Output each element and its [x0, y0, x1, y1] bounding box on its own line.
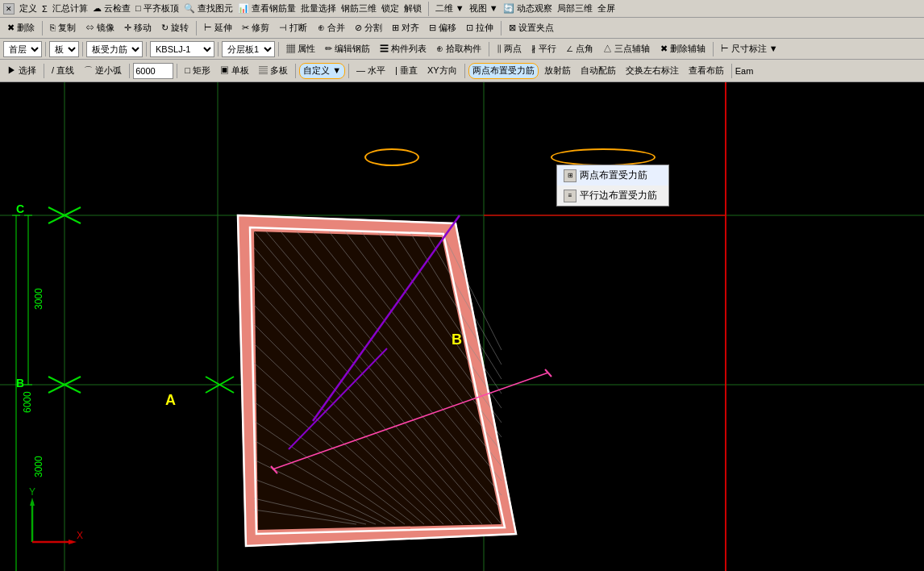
menu-batch[interactable]: 批量选择 — [301, 2, 336, 15]
two-point-button[interactable]: ∥ 两点 — [493, 41, 526, 57]
radial-rebar-button[interactable]: 放射筋 — [540, 63, 575, 79]
sep6 — [489, 42, 489, 56]
toolbar-draw: ▶ 选择 / 直线 ⌒ 逆小弧 □ 矩形 ▣ 单板 ▤ 多板 自定义 ▼ — 水… — [0, 60, 924, 82]
menu-define[interactable]: 定义 — [19, 2, 37, 15]
sep2 — [196, 21, 197, 35]
delete-button[interactable]: ✖ 删除 — [3, 20, 39, 36]
parallel-button[interactable]: ∦ 平行 — [527, 41, 560, 57]
twopoint-icon: ⊞ — [564, 169, 576, 182]
menu-rebar-qty[interactable]: 📊 查看钢筋量 — [238, 2, 296, 15]
multi-board-button[interactable]: ▤ 多板 — [255, 63, 292, 79]
dimension-button[interactable]: ⊢ 尺寸标注 ▼ — [717, 41, 782, 57]
eam-label: Eam — [735, 66, 754, 76]
line-button[interactable]: / 直线 — [48, 63, 78, 79]
stretch-button[interactable]: ⊡ 拉伸 — [462, 20, 497, 36]
sep1 — [428, 2, 429, 16]
trim-button[interactable]: ✂ 修剪 — [238, 20, 273, 36]
sep4 — [295, 64, 296, 78]
value-input[interactable] — [133, 63, 173, 79]
vertical-button[interactable]: | 垂直 — [391, 63, 422, 79]
view-rebar-button[interactable]: 查看布筋 — [685, 63, 728, 79]
x-arrow — [69, 540, 77, 544]
pick-component-button[interactable]: ⊕ 拾取构件 — [432, 41, 485, 57]
split-button[interactable]: ⊘ 分割 — [351, 20, 386, 36]
type-select[interactable]: KBSLJ-1 — [150, 41, 214, 57]
custom-button[interactable]: 自定义 ▼ — [299, 63, 345, 79]
floor-select[interactable]: 分层板1 — [222, 41, 275, 57]
y-arrow — [30, 498, 35, 506]
menu-find[interactable]: 🔍 查找图元 — [184, 2, 233, 15]
horizontal-button[interactable]: — 水平 — [352, 63, 389, 79]
toolbar-layers: 首层 板 板受力筋 KBSLJ-1 分层板1 ▦ 属性 ✏ 编辑钢筋 ☰ 构件列… — [0, 39, 924, 60]
sep — [42, 21, 43, 35]
arc-button[interactable]: ⌒ 逆小弧 — [80, 63, 126, 79]
sep7 — [713, 42, 714, 56]
canvas-svg: X Y C B 3000 6000 3000 A B — [0, 82, 924, 571]
menu-lock[interactable]: 锁定 — [381, 2, 399, 15]
sep4 — [218, 42, 219, 56]
menu-align[interactable]: □ 平齐板顶 — [135, 2, 179, 15]
extend-button[interactable]: ⊢ 延伸 — [200, 20, 236, 36]
canvas-area: X Y C B 3000 6000 3000 A B ⊞ 两点布置受力筋 ≡ 平… — [0, 82, 924, 571]
copy-button[interactable]: ⎘ 复制 — [46, 20, 80, 36]
rebar-select[interactable]: 板受力筋 — [86, 41, 143, 57]
sep6 — [464, 64, 465, 78]
y-label: Y — [29, 486, 35, 498]
xy-button[interactable]: XY方向 — [423, 63, 461, 79]
merge-button[interactable]: ⊕ 合并 — [314, 20, 349, 36]
set-grip-button[interactable]: ⊠ 设置夹点 — [505, 20, 558, 36]
component-list-button[interactable]: ☰ 构件列表 — [376, 41, 431, 57]
move-button[interactable]: ✛ 移动 — [120, 20, 156, 36]
mirror-button[interactable]: ⇔ 镜像 — [81, 20, 119, 36]
sep — [45, 42, 46, 56]
layer-select[interactable]: 首层 — [3, 41, 42, 57]
property-button[interactable]: ▦ 属性 — [282, 41, 319, 57]
parallel-label: 平行边布置受力筋 — [580, 189, 657, 202]
twopoint-label: 两点布置受力筋 — [580, 169, 647, 182]
point-b-right-label: B — [452, 331, 462, 348]
swap-label-button[interactable]: 交换左右标注 — [622, 63, 683, 79]
menu-partial3d[interactable]: 局部三维 — [557, 2, 593, 15]
menu-3d[interactable]: 钢筋三维 — [341, 2, 377, 15]
break-button[interactable]: ⊣ 打断 — [275, 20, 311, 36]
sep7 — [731, 64, 732, 78]
two-point-rebar-label: 两点布置受力筋 — [472, 65, 535, 77]
auto-rebar-button[interactable]: 自动配筋 — [576, 63, 620, 79]
single-board-button[interactable]: ▣ 单板 — [216, 63, 253, 79]
menu-dynamic[interactable]: 🔄 动态观察 — [503, 2, 552, 15]
menu-cloud[interactable]: ☁ 云检查 — [93, 2, 131, 15]
align-button[interactable]: ⊞ 对齐 — [388, 20, 423, 36]
sep — [44, 64, 44, 78]
row-c-label: C — [16, 202, 24, 215]
menu-unlock[interactable]: 解锁 — [404, 2, 422, 15]
x-label: X — [77, 530, 83, 541]
dim-6000: 6000 — [22, 391, 33, 413]
title-bar: ✕ 定义 Σ 汇总计算 ☁ 云检查 □ 平齐板顶 🔍 查找图元 📊 查看钢筋量 … — [0, 0, 924, 18]
select-button[interactable]: ▶ 选择 — [3, 63, 40, 79]
close-button[interactable]: ✕ — [3, 3, 15, 15]
parallel-icon: ≡ — [564, 190, 576, 202]
offset-button[interactable]: ⊟ 偏移 — [425, 20, 460, 36]
element-select[interactable]: 板 — [49, 41, 79, 57]
menu-sep: Σ — [42, 4, 48, 14]
custom-label: 自定义 ▼ — [303, 65, 341, 77]
dropdown-menu: ⊞ 两点布置受力筋 ≡ 平行边布置受力筋 — [556, 165, 669, 206]
three-point-aux-button[interactable]: △ 三点辅轴 — [599, 41, 654, 57]
menu-summary[interactable]: 汇总计算 — [52, 2, 88, 15]
edit-rebar-button[interactable]: ✏ 编辑钢筋 — [321, 41, 374, 57]
point-angle-button[interactable]: ∠ 点角 — [562, 41, 597, 57]
menu-view[interactable]: 视图 ▼ — [469, 2, 498, 15]
rotate-button[interactable]: ↻ 旋转 — [157, 20, 193, 36]
sep5 — [348, 64, 349, 78]
menu-fullscreen[interactable]: 全屏 — [597, 2, 615, 15]
sep2 — [82, 42, 83, 56]
toolbar-edit: ✖ 删除 ⎘ 复制 ⇔ 镜像 ✛ 移动 ↻ 旋转 ⊢ 延伸 ✂ 修剪 ⊣ 打断 … — [0, 18, 924, 39]
sep2 — [129, 64, 130, 78]
delete-aux-button[interactable]: ✖ 删除辅轴 — [656, 41, 710, 57]
dropdown-item-parallel[interactable]: ≡ 平行边布置受力筋 — [557, 185, 668, 206]
dropdown-item-twopoint[interactable]: ⊞ 两点布置受力筋 — [557, 165, 668, 185]
menu-2d[interactable]: 二维 ▼ — [435, 2, 464, 15]
dim-3000-bot: 3000 — [33, 456, 44, 477]
two-point-rebar-button[interactable]: 两点布置受力筋 — [468, 63, 539, 79]
rect-button[interactable]: □ 矩形 — [181, 63, 214, 79]
